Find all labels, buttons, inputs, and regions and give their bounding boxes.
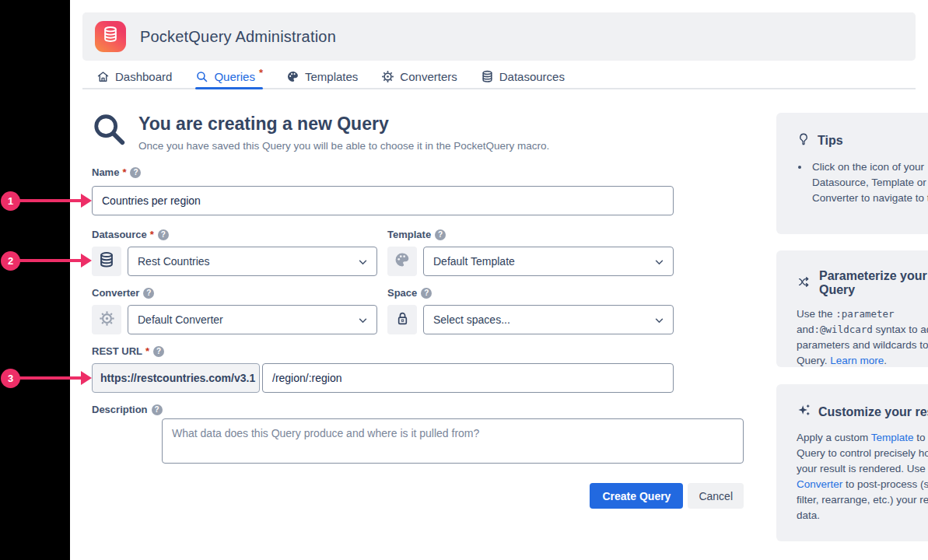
marker-arrow-line	[19, 376, 82, 380]
description-textarea[interactable]	[162, 418, 744, 464]
space-icon-button[interactable]	[387, 305, 417, 334]
nav-label: Converters	[400, 70, 457, 83]
marker-number: 1	[1, 191, 20, 211]
customize-heading: Customize your result	[797, 403, 928, 421]
rest-url-prefix: https://restcountries.com/v3.1	[92, 363, 260, 393]
datasource-selected-value: Rest Countries	[138, 255, 210, 268]
tip-item: Click on the icon of your Datasource, Te…	[810, 159, 928, 206]
sparkles-icon	[797, 403, 811, 421]
chevron-down-icon	[655, 255, 664, 268]
help-icon[interactable]: ?	[152, 404, 163, 415]
text-segment: Use the	[797, 308, 835, 320]
help-icon[interactable]: ?	[153, 346, 164, 357]
nav-label: Templates	[305, 70, 358, 83]
tips-list: Click on the icon of your Datasource, Te…	[810, 159, 928, 206]
palette-icon	[286, 70, 299, 83]
datasource-icon-button[interactable]	[92, 247, 121, 276]
template-icon-button[interactable]	[387, 247, 417, 276]
search-icon	[195, 70, 208, 83]
tips-panel: Tips Click on the icon of your Datasourc…	[776, 113, 928, 234]
rest-url-input[interactable]	[262, 363, 674, 393]
description-label: Description ?	[92, 404, 163, 415]
parameterize-heading: Parameterize your Query	[797, 269, 928, 297]
help-icon[interactable]: ?	[143, 288, 154, 299]
lock-icon	[394, 310, 411, 330]
template-label: Template ?	[387, 229, 446, 240]
parameterize-panel: Parameterize your Query Use the :paramet…	[776, 250, 928, 367]
gear-icon	[99, 310, 115, 330]
marker-arrow-line	[19, 259, 82, 262]
app-header: PocketQuery Administration	[82, 12, 916, 61]
marker-number: 3	[1, 369, 20, 388]
name-label: Name* ?	[92, 166, 141, 178]
annotation-backdrop	[0, 0, 70, 560]
rest-url-label: REST URL* ?	[92, 345, 164, 357]
gear-icon	[381, 70, 394, 83]
datasource-label: Datasource* ?	[92, 229, 169, 240]
query-page-icon	[92, 112, 128, 151]
palette-icon	[394, 251, 411, 271]
text-segment: and	[797, 324, 814, 335]
pocketquery-admin-page: PocketQuery Administration Dashboard Que…	[70, 0, 928, 560]
nav-label: Queries	[214, 70, 255, 83]
chevron-down-icon	[655, 313, 664, 326]
marker-arrow-head	[81, 194, 92, 208]
nav-tab-converters[interactable]: Converters	[381, 65, 457, 88]
tips-heading: Tips	[797, 131, 928, 150]
home-icon	[96, 70, 110, 83]
template-select[interactable]: Default Template	[423, 247, 674, 276]
datasource-select[interactable]: Rest Countries	[128, 247, 377, 276]
name-input[interactable]	[92, 186, 674, 215]
text-segment: Apply a custom	[797, 432, 871, 443]
cancel-button[interactable]: Cancel	[688, 483, 744, 509]
nav-tab-queries[interactable]: Queries *	[195, 65, 263, 88]
customize-body: Apply a custom Template to your Query to…	[797, 430, 928, 523]
nav-label: Dashboard	[115, 70, 172, 83]
help-icon[interactable]: ?	[421, 288, 432, 299]
unsaved-changes-marker: *	[259, 67, 263, 79]
chevron-down-icon	[359, 313, 367, 326]
converter-icon-button[interactable]	[92, 305, 121, 334]
inline-link[interactable]: Template	[871, 432, 914, 443]
nav-tab-datasources[interactable]: Datasources	[481, 65, 565, 88]
parameterize-body: Use the :parameter and:@wildcard syntax …	[797, 306, 928, 369]
marker-arrow-head	[81, 254, 92, 268]
help-icon[interactable]: ?	[130, 167, 141, 178]
database-icon	[481, 70, 494, 83]
form-actions: Create Query Cancel	[162, 483, 744, 509]
converter-selected-value: Default Converter	[138, 313, 223, 326]
create-query-button[interactable]: Create Query	[590, 483, 683, 509]
nav-label: Datasources	[499, 70, 565, 83]
admin-nav: Dashboard Queries * Templates	[82, 65, 916, 89]
required-asterisk: *	[122, 166, 126, 178]
lightbulb-icon	[797, 131, 811, 150]
chevron-down-icon	[359, 255, 367, 268]
customize-panel: Customize your result Apply a custom Tem…	[776, 384, 928, 541]
text-segment: :parameter	[835, 308, 894, 320]
page-title: PocketQuery Administration	[140, 28, 336, 46]
required-asterisk: *	[150, 229, 154, 240]
text-segment: .	[884, 355, 887, 366]
page-subheading: Once you have saved this Query you will …	[138, 140, 549, 152]
space-label: Space ?	[387, 287, 432, 299]
inline-link[interactable]: Learn more	[830, 355, 884, 366]
nav-tab-dashboard[interactable]: Dashboard	[96, 65, 172, 88]
marker-number: 2	[1, 251, 20, 271]
space-select[interactable]: Select spaces...	[423, 305, 674, 334]
shuffle-icon	[797, 275, 812, 292]
marker-arrow-line	[19, 199, 82, 202]
text-segment: :@wildcard	[814, 324, 873, 335]
database-icon	[98, 251, 115, 271]
inline-link[interactable]: Converter	[797, 478, 842, 490]
database-icon	[102, 25, 119, 48]
converter-label: Converter ?	[92, 287, 154, 299]
converter-select[interactable]: Default Converter	[128, 305, 377, 334]
template-selected-value: Default Template	[433, 255, 515, 268]
page-heading: You are creating a new Query	[138, 114, 389, 135]
help-icon[interactable]: ?	[435, 229, 446, 240]
required-asterisk: *	[145, 345, 149, 357]
help-icon[interactable]: ?	[158, 229, 169, 240]
marker-arrow-head	[81, 371, 92, 385]
nav-tab-templates[interactable]: Templates	[286, 65, 358, 88]
pocketquery-logo	[95, 21, 126, 52]
